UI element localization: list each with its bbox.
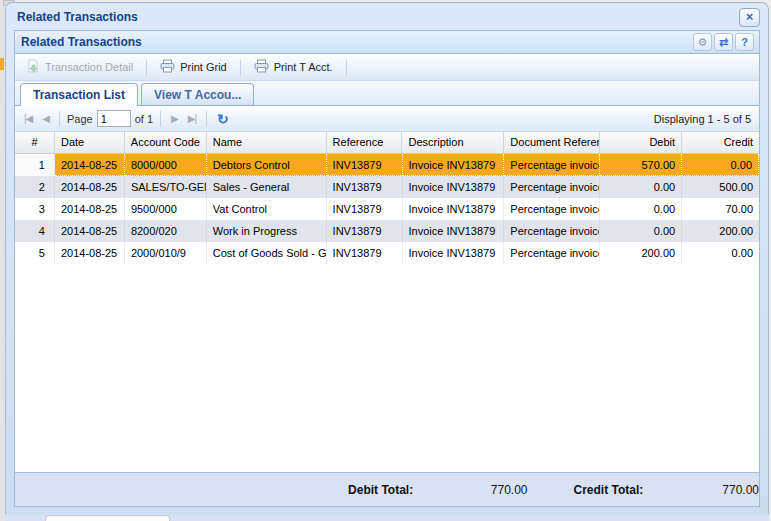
pager-separator [160, 111, 161, 126]
panel-title: Related Transactions [21, 35, 691, 49]
table-row[interactable]: 2 2014-08-25 SALES/TO-GENE Sales - Gener… [15, 176, 759, 198]
totals-bar: Debit Total: 770.00 Credit Total: 770.00 [15, 472, 759, 506]
description-cell: Invoice INV13879 [403, 198, 505, 220]
help-icon[interactable]: ? [735, 33, 754, 51]
page-label: Page [67, 113, 93, 125]
column-header-doc-reference[interactable]: Document Reference [504, 132, 600, 154]
window-title: Related Transactions [17, 10, 739, 24]
doc-reference-cell: Percentage invoice [504, 176, 600, 198]
reference-cell: INV13879 [327, 176, 403, 198]
date-cell: 2014-08-25 [55, 220, 125, 242]
row-number-cell: 4 [15, 220, 55, 242]
next-page-icon[interactable]: ▶ [168, 111, 181, 126]
displaying-status: Displaying 1 - 5 of 5 [236, 113, 753, 125]
grid-body: 1 2014-08-25 8000/000 Debtors Control IN… [15, 154, 759, 472]
row-number-cell: 2 [15, 176, 55, 198]
debit-total-value: 770.00 [422, 483, 528, 497]
tab-strip: Transaction List View T Accou... [15, 81, 759, 106]
close-icon[interactable]: × [739, 8, 760, 27]
last-page-icon[interactable]: ▶| [185, 111, 199, 126]
window-body: Related Transactions ⚙ ⇄ ? Transaction D… [14, 30, 760, 507]
name-cell: Work in Progress [207, 220, 327, 242]
credit-total-value: 770.00 [649, 483, 759, 497]
column-header-description[interactable]: Description [402, 132, 504, 154]
paging-toolbar: |◀ ◀ Page of 1 ▶ ▶| ↻ Displaying 1 - 5 o… [15, 106, 759, 132]
prev-page-icon[interactable]: ◀ [39, 111, 52, 126]
account-code-cell: 2000/010/9 [125, 242, 207, 264]
doc-reference-cell: Percentage invoice [504, 242, 600, 264]
toolbar: Transaction Detail Print Grid [15, 54, 759, 81]
date-cell: 2014-08-25 [55, 242, 125, 264]
debit-cell: 0.00 [600, 176, 682, 198]
account-code-cell: SALES/TO-GENE [125, 176, 207, 198]
column-header-debit[interactable]: Debit [600, 132, 682, 154]
page-number-input[interactable] [97, 110, 131, 127]
printer-icon [160, 59, 175, 75]
tab-transaction-list[interactable]: Transaction List [20, 83, 138, 106]
row-number-cell: 3 [15, 198, 55, 220]
table-row[interactable]: 5 2014-08-25 2000/010/9 Cost of Goods So… [15, 242, 759, 264]
related-transactions-window: Related Transactions × Related Transacti… [5, 2, 769, 514]
date-cell: 2014-08-25 [55, 176, 125, 198]
print-grid-button[interactable]: Print Grid [155, 56, 231, 78]
window-titlebar[interactable]: Related Transactions × [6, 3, 768, 29]
column-header-credit[interactable]: Credit [682, 132, 759, 154]
tab-view-t-account[interactable]: View T Accou... [141, 83, 254, 105]
doc-reference-cell: Percentage invoice [504, 220, 600, 242]
debit-total-label: Debit Total: [348, 483, 422, 497]
print-t-acct-button[interactable]: Print T Acct. [249, 56, 338, 78]
credit-cell: 200.00 [682, 220, 759, 242]
column-header-account-code[interactable]: Account Code [125, 132, 207, 154]
date-cell: 2014-08-25 [55, 198, 125, 220]
refresh-tool-icon[interactable]: ⇄ [714, 33, 733, 51]
reference-cell: INV13879 [327, 220, 403, 242]
credit-cell: 70.00 [682, 198, 759, 220]
pager-separator [206, 111, 207, 126]
description-cell: Invoice INV13879 [403, 242, 505, 264]
transaction-detail-button[interactable]: Transaction Detail [21, 56, 138, 78]
column-header-name[interactable]: Name [207, 132, 327, 154]
date-cell: 2014-08-25 [55, 154, 125, 176]
debit-cell: 0.00 [600, 220, 682, 242]
table-row[interactable]: 3 2014-08-25 9500/000 Vat Control INV138… [15, 198, 759, 220]
column-header-number[interactable]: # [15, 132, 55, 154]
background-fragment-orange [0, 58, 4, 70]
credit-cell: 0.00 [682, 154, 759, 176]
doc-reference-cell: Percentage invoice [504, 154, 600, 176]
print-grid-label: Print Grid [180, 61, 226, 73]
account-code-cell: 8200/020 [125, 220, 207, 242]
transaction-detail-icon [26, 59, 40, 75]
gear-icon[interactable]: ⚙ [693, 33, 712, 51]
credit-cell: 500.00 [682, 176, 759, 198]
name-cell: Debtors Control [207, 154, 327, 176]
reference-cell: INV13879 [327, 242, 403, 264]
column-header-reference[interactable]: Reference [327, 132, 403, 154]
toolbar-separator [240, 60, 241, 75]
table-row[interactable]: 1 2014-08-25 8000/000 Debtors Control IN… [15, 154, 759, 176]
panel-header: Related Transactions ⚙ ⇄ ? [15, 31, 759, 54]
reference-cell: INV13879 [327, 198, 403, 220]
description-cell: Invoice INV13879 [403, 176, 505, 198]
credit-cell: 0.00 [682, 242, 759, 264]
grid-header: # Date Account Code Name Reference Descr… [15, 132, 759, 154]
cutoff-bottom-element [45, 515, 170, 521]
table-row[interactable]: 4 2014-08-25 8200/020 Work in Progress I… [15, 220, 759, 242]
printer-icon [254, 59, 269, 75]
pager-separator [59, 111, 60, 126]
name-cell: Sales - General [207, 176, 327, 198]
debit-cell: 200.00 [600, 242, 682, 264]
account-code-cell: 8000/000 [125, 154, 207, 176]
toolbar-separator [146, 60, 147, 75]
row-number-cell: 1 [15, 154, 55, 176]
page-count-label: of 1 [135, 113, 153, 125]
column-header-date[interactable]: Date [55, 132, 125, 154]
row-number-cell: 5 [15, 242, 55, 264]
name-cell: Vat Control [207, 198, 327, 220]
doc-reference-cell: Percentage invoice [504, 198, 600, 220]
debit-cell: 0.00 [600, 198, 682, 220]
description-cell: Invoice INV13879 [403, 220, 505, 242]
print-t-acct-label: Print T Acct. [274, 61, 333, 73]
debit-cell: 570.00 [600, 154, 682, 176]
first-page-icon[interactable]: |◀ [21, 111, 35, 126]
refresh-icon[interactable]: ↻ [214, 109, 232, 129]
